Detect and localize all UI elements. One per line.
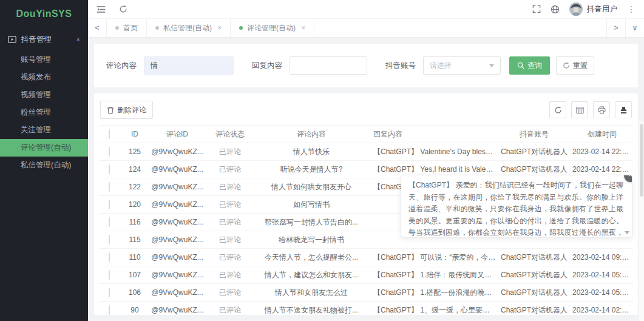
comment-content-input[interactable]	[144, 56, 234, 75]
cell-comment: 听说今天是情人节?	[256, 161, 367, 178]
cell-id: 107	[120, 266, 150, 284]
row-checkbox[interactable]	[109, 270, 110, 280]
user-name: 抖音用户	[587, 4, 617, 15]
cell-comment-id: @9VwQwuKZ...	[150, 302, 205, 316]
tab-status-dot	[155, 26, 159, 30]
cell-comment: 情人节，建议怎么和女朋友...	[256, 266, 367, 284]
cell-comment-id: @9VwQwuKZ...	[150, 284, 205, 302]
column-status: 评论状态	[205, 126, 256, 143]
cell-created: 2023-02-14 02:57:...	[571, 302, 633, 316]
cell-comment-id: @9VwQwuKZ...	[150, 266, 205, 284]
table-row: 107 @9VwQwuKZ... 已评论 情人节，建议怎么和女朋友... 【Ch…	[99, 266, 633, 284]
tooltip-close-button[interactable]: ×	[624, 175, 632, 182]
cell-comment: 情人节如何哄女朋友开心	[256, 178, 367, 196]
table-row: 125 @9VwQwuKZ... 已评论 情人节快乐 【ChatGPT】 Val…	[99, 143, 633, 161]
page-scrollbar-thumb[interactable]	[640, 124, 643, 197]
cell-reply: 【ChatGPT】 Valentine's Day blessings to y…	[367, 143, 497, 161]
row-checkbox[interactable]	[109, 217, 110, 227]
tab[interactable]: 首页	[107, 19, 147, 37]
sidebar-item[interactable]: 关注管理	[0, 121, 88, 139]
tabs-strip: 首页 私信管理(自动) × 评论管理(自动) ×	[107, 19, 314, 37]
sidebar-item-label: 视频发布	[21, 72, 51, 83]
sidebar-item[interactable]: 私信管理(自动)	[0, 157, 88, 174]
tabs-scroll-left[interactable]: <	[88, 19, 107, 37]
tab-close-icon[interactable]: ×	[217, 24, 222, 32]
chevron-up-icon: ∧	[76, 36, 80, 42]
cell-id: 116	[120, 214, 150, 231]
row-checkbox[interactable]	[109, 182, 110, 192]
table-tools	[549, 101, 632, 118]
page-scrollbar[interactable]	[639, 121, 644, 321]
reply-content-input[interactable]	[290, 56, 367, 75]
column-comment-id: 评论ID	[150, 126, 205, 143]
refresh-page-icon[interactable]	[119, 5, 127, 13]
select-all-checkbox[interactable]	[109, 129, 110, 139]
cell-created: 2023-02-14 05:43:...	[571, 266, 633, 284]
app-window: DouYinSYS 抖音管理 ∧ 账号管理 视频发布 视频管理 粉丝管理 关注管…	[0, 0, 644, 321]
sidebar-item[interactable]: 视频管理	[0, 86, 88, 104]
douyin-account-select[interactable]: 请选择	[423, 56, 501, 75]
more-menu-icon[interactable]: ⋮	[627, 4, 636, 14]
row-checkbox[interactable]	[109, 305, 110, 315]
video-menu-icon	[8, 36, 16, 43]
column-settings-button[interactable]	[571, 101, 588, 118]
export-button[interactable]	[615, 101, 632, 118]
cell-comment-id: @9VwQwuKZ...	[150, 196, 205, 214]
reply-content-label: 回复内容	[252, 61, 282, 71]
cell-status: 已评论	[205, 231, 256, 249]
sidebar-item[interactable]: 账号管理	[0, 51, 88, 69]
user-menu[interactable]: 抖音用户	[569, 2, 617, 16]
row-checkbox[interactable]	[109, 164, 110, 174]
sidebar-item-label: 账号管理	[21, 55, 51, 65]
cell-id: 125	[120, 143, 150, 161]
cell-id: 110	[120, 249, 150, 266]
cell-comment: 帮张磊写一封情人节告白的...	[256, 214, 367, 231]
sidebar-item[interactable]: 粉丝管理	[0, 104, 88, 121]
cell-created: 2023-02-14 05:40:...	[571, 284, 633, 302]
cell-status: 已评论	[205, 196, 256, 214]
cell-status: 已评论	[205, 161, 256, 178]
column-id: ID	[120, 126, 150, 143]
tooltip-scroll-down-icon	[625, 231, 629, 234]
cell-comment: 今天情人节，怎么提醒老公...	[256, 249, 367, 266]
query-button[interactable]: 查询	[509, 56, 550, 75]
cell-comment: 情人节不送女朋友礼物被打...	[256, 302, 367, 316]
cell-account: ChatGPT对话机器人	[497, 249, 571, 266]
tabs-scroll-right[interactable]: >	[606, 19, 625, 37]
row-checkbox[interactable]	[109, 288, 110, 297]
tab[interactable]: 评论管理(自动) ×	[231, 19, 314, 37]
search-icon	[517, 62, 524, 69]
cell-comment-id: @9VwQwuKZ...	[150, 231, 205, 249]
sidebar-group-label: 抖音管理	[21, 35, 52, 45]
cell-comment: 给林晓龙写一封情书	[256, 231, 367, 249]
row-checkbox[interactable]	[109, 200, 110, 209]
tab-label: 评论管理(自动)	[247, 23, 296, 33]
row-checkbox[interactable]	[109, 235, 110, 245]
collapse-sidebar-icon[interactable]	[97, 5, 106, 13]
reset-button[interactable]: 重置	[556, 56, 594, 75]
sidebar-item-label: 粉丝管理	[21, 107, 51, 118]
app-logo: DouYinSYS	[0, 0, 88, 28]
tab[interactable]: 私信管理(自动) ×	[147, 19, 231, 37]
tab-close-icon[interactable]: ×	[301, 24, 305, 32]
cell-reply: 【ChatGPT】 可以说：“亲爱的，今天是情...	[367, 249, 497, 266]
sidebar-item[interactable]: 评论管理(自动)	[0, 139, 88, 157]
globe-icon[interactable]	[551, 5, 560, 14]
cell-reply: 【ChatGPT】 1、缓一缓，心里要放下，这...	[367, 302, 497, 316]
column-comment: 评论内容	[256, 126, 367, 143]
row-checkbox[interactable]	[109, 147, 110, 157]
fullscreen-icon[interactable]	[532, 5, 541, 13]
douyin-account-label: 抖音账号	[385, 61, 416, 71]
delete-comments-button[interactable]: 删除评论	[100, 101, 153, 119]
sidebar-group-douyin[interactable]: 抖音管理 ∧	[0, 28, 88, 51]
main-area: 抖音用户 ⋮ < 首页 私信管理(自动) × 评论管理(自动) × > ∨	[88, 0, 644, 321]
table-refresh-button[interactable]	[549, 101, 566, 118]
cell-status: 已评论	[205, 266, 256, 284]
print-button[interactable]	[593, 101, 610, 118]
cell-comment: 如何写情书	[256, 196, 367, 214]
cell-created: 2023-02-14 22:47:...	[571, 143, 633, 161]
row-checkbox[interactable]	[109, 252, 110, 262]
sidebar-item[interactable]: 视频发布	[0, 69, 88, 86]
cell-account: ChatGPT对话机器人	[497, 143, 571, 161]
tabs-more-icon[interactable]: ∨	[625, 19, 644, 37]
